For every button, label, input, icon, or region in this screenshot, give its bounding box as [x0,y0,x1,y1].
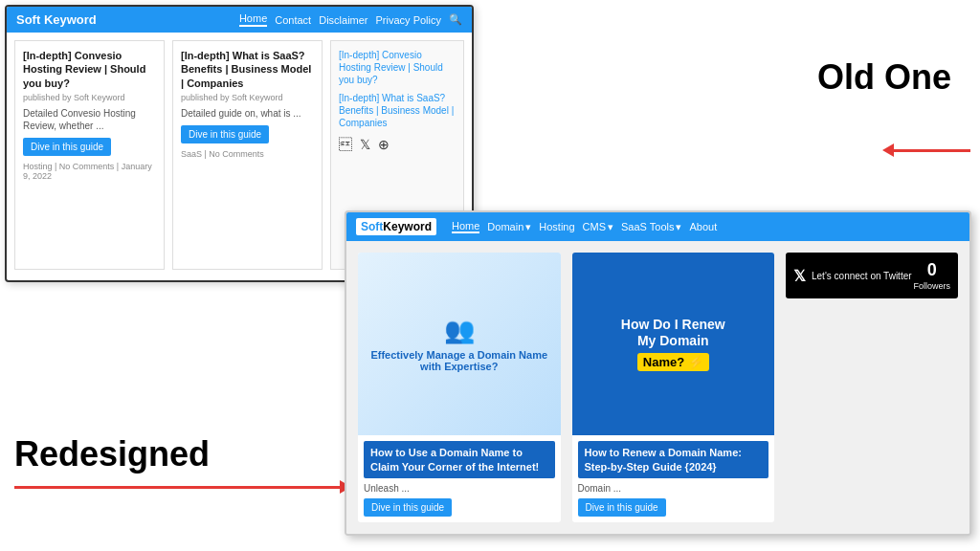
new-card-2: How Do I RenewMy Domain Name? ⚡ How to R… [572,253,775,522]
new-card-1-body: How to Use a Domain Name to Claim Your C… [358,435,561,522]
cms-dropdown-arrow: ▾ [608,221,613,233]
new-nav-links: Home Domain ▾ Hosting CMS ▾ SaaS Tools ▾… [452,220,717,233]
new-nav-saas[interactable]: SaaS Tools ▾ [621,221,681,233]
old-social-icons:  𝕏 ⊕ [339,137,456,152]
old-search-icon[interactable]: 🔍 [449,13,462,26]
new-card-2-img: How Do I RenewMy Domain Name? ⚡ [572,253,775,435]
old-card-2: [In-depth] What is SaaS? Benefits | Busi… [172,40,323,270]
new-card-2-img-highlight: Name? ⚡ [637,353,709,371]
old-card-2-meta: SaaS | No Comments [181,149,314,159]
old-card-1-author: published by Soft Keyword [23,93,156,102]
twitter-count: 0 [913,260,950,280]
new-content: 👥 Effectively Manage a Domain Name with … [346,241,969,534]
new-nav: Soft Keyword Home Domain ▾ Hosting CMS ▾… [346,212,969,241]
old-card-1: [In-depth] Convesio Hosting Review | Sho… [14,40,165,270]
arrow-line-old [894,149,970,152]
old-nav-privacy[interactable]: Privacy Policy [376,14,441,26]
old-card-2-desc: Detailed guide on, what is ... [181,107,314,120]
brand-keyword: Keyword [383,220,432,233]
twitter-widget: 𝕏 Let's connect on Twitter 0 Followers [786,253,958,298]
new-nav-home[interactable]: Home [452,220,479,233]
new-card-1: 👥 Effectively Manage a Domain Name with … [358,253,561,522]
old-card-1-title: [In-depth] Convesio Hosting Review | Sho… [23,49,156,90]
twitter-right: 0 Followers [913,260,950,291]
old-card-2-author: published by Soft Keyword [181,93,314,102]
old-brand: Soft Keyword [16,12,97,27]
saas-dropdown-arrow: ▾ [676,221,681,233]
old-card-1-desc: Detailed Convesio Hosting Review, whethe… [23,107,156,132]
new-brand: Soft Keyword [356,218,436,235]
new-card-1-img-text: Effectively Manage a Domain Name with Ex… [366,349,553,372]
old-card-2-btn[interactable]: Dive in this guide [181,125,269,143]
old-one-label: Old One [817,57,951,98]
new-card-1-btn[interactable]: Dive in this guide [364,498,452,517]
twitter-left: 𝕏 Let's connect on Twitter [793,267,912,285]
domain-icon: 👥 [366,316,553,345]
brand-soft: Soft [361,220,383,233]
new-card-2-img-top: How Do I RenewMy Domain [621,317,725,349]
old-nav-home[interactable]: Home [239,12,267,27]
old-card-1-btn[interactable]: Dive in this guide [23,138,111,156]
old-arrow [882,143,970,157]
new-card-2-btn[interactable]: Dive in this guide [578,498,666,517]
new-card-2-excerpt: Domain ... [578,483,769,494]
old-nav: Soft Keyword Home Contact Disclaimer Pri… [7,7,472,33]
new-nav-about[interactable]: About [689,221,717,232]
arrow-line-new [14,486,340,489]
old-card-2-title: [In-depth] What is SaaS? Benefits | Busi… [181,49,314,90]
new-card-1-title: How to Use a Domain Name to Claim Your C… [364,441,555,478]
new-card-2-body: How to Renew a Domain Name: Step-by-Step… [572,435,775,522]
old-nav-links: Home Contact Disclaimer Privacy Policy 🔍 [239,12,462,27]
facebook-icon[interactable]:  [339,137,352,152]
old-nav-contact[interactable]: Contact [275,14,311,26]
new-card-1-img: 👥 Effectively Manage a Domain Name with … [358,253,561,435]
new-card-2-title: How to Renew a Domain Name: Step-by-Step… [578,441,769,478]
twitter-text: Let's connect on Twitter [812,270,912,282]
new-arrow [14,480,351,494]
new-nav-domain[interactable]: Domain ▾ [487,221,531,233]
instagram-icon[interactable]: ⊕ [378,137,390,152]
old-nav-disclaimer[interactable]: Disclaimer [319,14,368,26]
twitter-x-icon: 𝕏 [793,267,806,285]
twitter-icon[interactable]: 𝕏 [360,137,370,152]
new-card-1-excerpt: Unleash ... [364,483,555,494]
new-sidebar: 𝕏 Let's connect on Twitter 0 Followers [786,253,958,522]
new-nav-cms[interactable]: CMS ▾ [583,221,613,233]
redesigned-label: Redesigned [14,434,210,474]
new-screenshot: Soft Keyword Home Domain ▾ Hosting CMS ▾… [345,210,971,536]
old-sidebar-link-2[interactable]: [In-depth] What is SaaS? Benefits | Busi… [339,92,456,129]
twitter-followers-label: Followers [913,281,950,291]
old-sidebar-link-1[interactable]: [In-depth] Convesio Hosting Review | Sho… [339,49,456,86]
new-nav-hosting[interactable]: Hosting [539,221,574,232]
domain-dropdown-arrow: ▾ [525,221,531,233]
arrow-head-old [882,143,894,157]
old-card-1-meta: Hosting | No Comments | January 9, 2022 [23,162,156,181]
